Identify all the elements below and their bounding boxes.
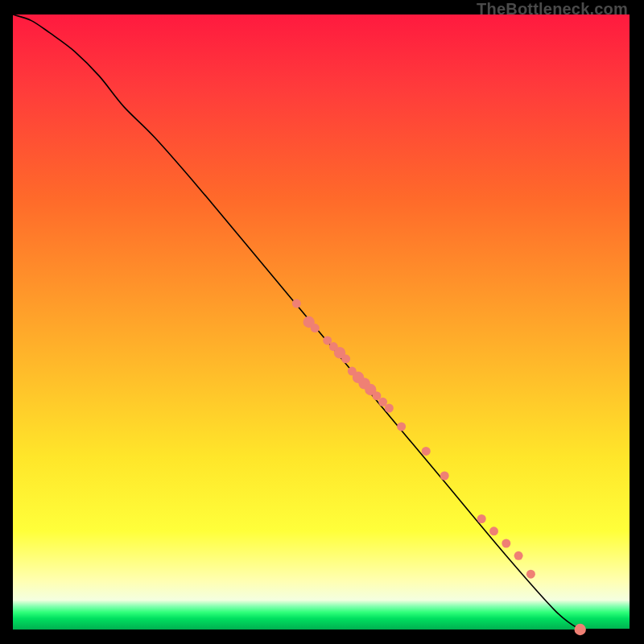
data-point [526,570,535,579]
data-point [397,422,406,431]
plot-area [13,14,630,630]
data-point [385,404,394,413]
data-point [341,354,350,363]
data-point [292,299,301,308]
chart-stage: TheBottleneck.com [0,0,644,644]
data-point [477,514,486,523]
data-point [422,447,431,456]
data-point [514,551,523,560]
data-point [575,624,586,635]
data-point [489,526,498,535]
data-point [311,324,320,332]
curve-svg [13,14,630,630]
bottleneck-curve [13,14,630,631]
data-points-group [292,299,586,636]
data-point [502,539,510,548]
data-point [440,472,449,481]
